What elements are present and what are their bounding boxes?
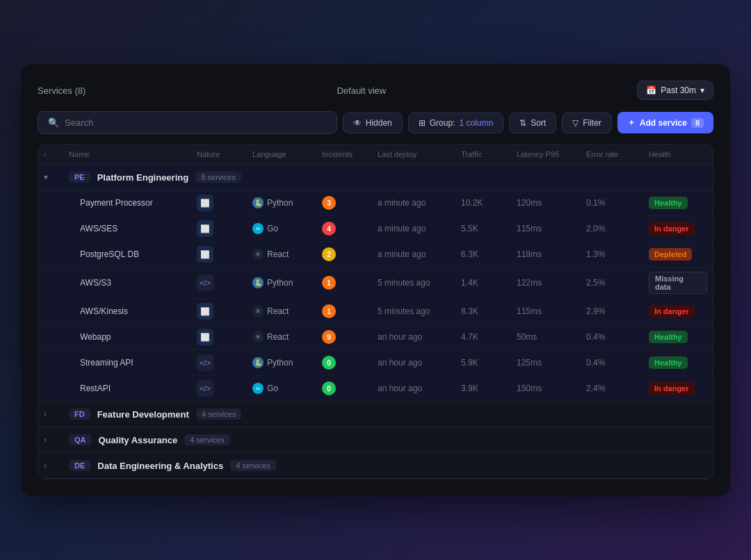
group-chevron: ›	[38, 435, 63, 445]
service-last-deploy: a minute ago	[372, 249, 455, 259]
calendar-icon: 📅	[646, 85, 656, 95]
service-health: Healthy	[643, 356, 713, 369]
group-row-pe[interactable]: ▾ PE Platform Engineering 8 services	[38, 165, 713, 190]
service-last-deploy: 5 minutes ago	[372, 306, 455, 316]
service-latency: 150ms	[511, 384, 581, 393]
table-row[interactable]: RestAPI </> ∞Go 0 an hour ago 3.9K 150ms…	[38, 376, 713, 402]
service-nature: ⬜	[191, 329, 247, 345]
service-error-rate: 2.9%	[581, 306, 643, 316]
service-error-rate: 0.1%	[581, 198, 643, 208]
col-health: Health	[643, 150, 713, 158]
service-nature: ⬜	[191, 220, 247, 237]
group-chevron: ›	[38, 461, 63, 470]
group-name: Data Engineering & Analytics	[97, 461, 223, 471]
service-nature: ⬜	[191, 195, 247, 211]
table-header: › Name Nature Language Incidents Last de…	[38, 145, 713, 165]
service-latency: 120ms	[511, 198, 581, 208]
service-health: Missing data	[643, 272, 713, 294]
service-name: PostgreSQL DB	[63, 249, 191, 259]
service-traffic: 8.3K	[455, 306, 511, 316]
service-incidents: 3	[316, 196, 372, 210]
service-language: 🐍Python	[247, 357, 316, 368]
table-row[interactable]: Streaming API </> 🐍Python 0 an hour ago …	[38, 350, 713, 376]
service-health: Depleted	[643, 248, 713, 261]
group-id-badge: DE	[69, 460, 90, 471]
service-name: RestAPI	[63, 384, 191, 393]
service-latency: 115ms	[511, 224, 581, 233]
group-id-badge: QA	[69, 434, 92, 445]
col-traffic: Traffic	[455, 150, 511, 158]
toolbar: 🔍 👁 Hidden ⊞ Group: 1 column ⇅ Sort ▽ Fi…	[38, 111, 713, 134]
chevron-down-icon: ▾	[700, 85, 704, 95]
add-service-count: 8	[691, 118, 704, 128]
search-icon: 🔍	[48, 117, 59, 128]
service-incidents: 9	[316, 330, 372, 344]
hidden-button[interactable]: 👁 Hidden	[343, 113, 403, 133]
service-language: ⚛React	[247, 249, 316, 260]
search-box: 🔍	[38, 111, 337, 134]
group-row-qa[interactable]: › QA Quality Assurance 4 services	[38, 427, 713, 453]
group-row-de[interactable]: › DE Data Engineering & Analytics 4 serv…	[38, 453, 713, 479]
service-nature: ⬜	[191, 303, 247, 320]
table-row[interactable]: PostgreSQL DB ⬜ ⚛React 2 a minute ago 6.…	[38, 242, 713, 267]
service-traffic: 1.4K	[455, 278, 511, 288]
group-row-fd[interactable]: › FD Feature Development 4 services	[38, 402, 713, 427]
time-range-button[interactable]: 📅 Past 30m ▾	[637, 81, 713, 100]
table-row[interactable]: Webapp ⬜ ⚛React 9 an hour ago 4.7K 50ms …	[38, 324, 713, 350]
service-incidents: 0	[316, 356, 372, 370]
group-button[interactable]: ⊞ Group: 1 column	[408, 113, 503, 133]
add-service-button[interactable]: ＋ Add service 8	[617, 112, 713, 133]
filter-button[interactable]: ▽ Filter	[562, 113, 612, 133]
service-nature: </>	[191, 274, 247, 291]
service-latency: 125ms	[511, 358, 581, 368]
service-incidents: 2	[316, 247, 372, 261]
plus-icon: ＋	[627, 117, 636, 129]
group-id-badge: PE	[69, 172, 90, 183]
service-error-rate: 1.3%	[581, 249, 643, 259]
service-traffic: 5.5K	[455, 224, 511, 233]
page-header: Services (8) Default view 📅 Past 30m ▾	[38, 81, 713, 100]
table-row[interactable]: AWS/S3 </> 🐍Python 1 5 minutes ago 1.4K …	[38, 267, 713, 299]
service-traffic: 4.7K	[455, 332, 511, 342]
services-count: Services (8)	[38, 85, 86, 96]
col-error-rate: Error rate	[581, 150, 643, 158]
table-row[interactable]: Payment Processor ⬜ 🐍Python 3 a minute a…	[38, 190, 713, 216]
service-traffic: 10.2K	[455, 198, 511, 208]
service-latency: 115ms	[511, 306, 581, 316]
service-name: AWS/Kinesis	[63, 306, 191, 316]
service-language: ∞Go	[247, 383, 316, 394]
service-language: 🐍Python	[247, 277, 316, 288]
header-actions: 📅 Past 30m ▾	[637, 81, 713, 100]
col-name: Name	[63, 150, 191, 158]
filter-icon: ▽	[572, 118, 579, 128]
service-name: Webapp	[63, 332, 191, 342]
service-health: In danger	[643, 382, 713, 395]
group-services-count: 4 services	[184, 434, 230, 445]
service-error-rate: 0.4%	[581, 358, 643, 368]
expand-icon: ›	[44, 150, 47, 158]
group-icon: ⊞	[419, 118, 426, 128]
col-expand: ›	[38, 150, 63, 158]
group-services-count: 4 services	[196, 409, 242, 420]
sort-button[interactable]: ⇅ Sort	[509, 113, 556, 133]
service-error-rate: 0.4%	[581, 332, 643, 342]
service-name: AWS/SES	[63, 224, 191, 233]
table-row[interactable]: AWS/SES ⬜ ∞Go 4 a minute ago 5.5K 115ms …	[38, 216, 713, 242]
service-health: In danger	[643, 222, 713, 235]
col-last-deploy: Last deploy	[372, 150, 455, 158]
service-latency: 122ms	[511, 278, 581, 288]
service-incidents: 0	[316, 381, 372, 395]
search-input[interactable]	[65, 117, 327, 128]
service-language: ⚛React	[247, 306, 316, 317]
col-latency: Latency P95	[511, 150, 581, 158]
service-nature: </>	[191, 354, 247, 371]
group-services-count: 4 services	[230, 460, 276, 471]
groups-container: ▾ PE Platform Engineering 8 services Pay…	[38, 165, 713, 479]
services-table: › Name Nature Language Incidents Last de…	[38, 144, 713, 479]
service-error-rate: 2.0%	[581, 224, 643, 233]
table-row[interactable]: AWS/Kinesis ⬜ ⚛React 1 5 minutes ago 8.3…	[38, 299, 713, 324]
col-nature: Nature	[191, 150, 247, 158]
service-error-rate: 2.5%	[581, 278, 643, 288]
service-last-deploy: an hour ago	[372, 332, 455, 342]
eye-icon: 👁	[353, 118, 362, 128]
